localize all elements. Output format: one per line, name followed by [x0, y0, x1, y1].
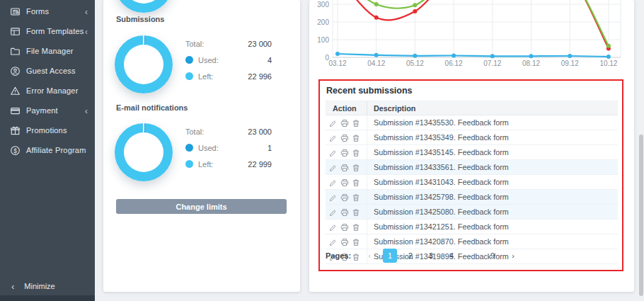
sidebar-minimize-button[interactable]: ‹ Minimize: [0, 278, 95, 295]
delete-icon[interactable]: [352, 164, 360, 172]
sidebar-item-promotions[interactable]: Promotions: [0, 120, 95, 140]
edit-icon[interactable]: [329, 178, 338, 187]
table-row: Submission #13425080. Feedback form: [326, 205, 618, 220]
page-button-2[interactable]: 2: [403, 249, 418, 263]
svg-text:03.12: 03.12: [328, 59, 346, 67]
recent-submissions-title: Recent submissions: [326, 86, 616, 96]
svg-text:200: 200: [317, 18, 329, 26]
sidebar-item-affiliate-program[interactable]: $Affiliate Program: [0, 140, 95, 160]
edit-icon[interactable]: [329, 119, 338, 127]
app-root: Forms‹Form Templates‹File ManagerGuest A…: [0, 0, 644, 301]
sidebar-item-label: Promotions: [26, 126, 88, 135]
legend-row-left: Left: 22 999: [185, 156, 272, 172]
affiliate-program-icon: $: [10, 145, 21, 156]
sidebar-item-label: Guest Access: [26, 67, 88, 75]
legend-row-total: Total: 23 000: [185, 123, 272, 140]
sidebar-item-label: Error Manager: [26, 86, 88, 95]
delete-icon[interactable]: [352, 119, 360, 127]
edit-icon[interactable]: [329, 164, 338, 172]
email-notifications-legend: Total: 23 000 Used: 1 Left: 22 999: [185, 123, 272, 172]
edit-icon[interactable]: [329, 223, 338, 232]
delete-icon[interactable]: [352, 149, 360, 157]
svg-text:$: $: [13, 147, 17, 154]
pages-label: Pages:: [326, 251, 351, 260]
sidebar-item-label: Forms: [26, 7, 85, 16]
delete-icon[interactable]: [352, 223, 360, 232]
sidebar-item-form-templates[interactable]: Form Templates‹: [0, 21, 95, 41]
edit-icon[interactable]: [329, 134, 338, 142]
left-dot-icon: [185, 72, 193, 80]
submissions-donut-chart: [115, 35, 173, 93]
sidebar: Forms‹Form Templates‹File ManagerGuest A…: [0, 0, 95, 301]
delete-icon[interactable]: [352, 178, 360, 187]
delete-icon[interactable]: [352, 134, 360, 142]
legend-row-total: Total: 23 000: [185, 35, 272, 52]
submission-description[interactable]: Submission #13425080. Feedback form: [367, 205, 619, 220]
left-label: Left:: [198, 72, 248, 81]
chevron-left-icon: ‹: [85, 27, 88, 36]
section-title-submissions: Submissions: [116, 15, 164, 23]
sidebar-item-error-manager[interactable]: Error Manager: [0, 81, 95, 101]
print-icon[interactable]: [340, 149, 349, 157]
sidebar-item-label: File Manager: [26, 47, 88, 55]
sidebar-item-forms[interactable]: Forms‹: [0, 1, 95, 21]
page-button-1[interactable]: 1: [383, 249, 397, 263]
print-icon[interactable]: [340, 193, 349, 202]
submission-description[interactable]: Submission #13421251. Feedback form: [367, 220, 619, 234]
sidebar-item-guest-access[interactable]: Guest Access: [0, 61, 95, 81]
section-title-email-notifications: E-mail notifications: [116, 103, 188, 112]
print-icon[interactable]: [340, 208, 349, 217]
svg-text:09.12: 09.12: [561, 59, 579, 67]
delete-icon[interactable]: [352, 193, 360, 202]
print-icon[interactable]: [340, 223, 349, 232]
submission-description[interactable]: Submission #13420870. Feedback form: [367, 234, 619, 249]
legend-row-used: Used: 4: [185, 52, 272, 68]
edit-icon[interactable]: [329, 193, 338, 202]
page-button-3[interactable]: 3: [424, 249, 438, 263]
print-icon[interactable]: [340, 134, 349, 142]
submissions-tbody: Submission #13435530. Feedback formSubmi…: [326, 115, 618, 264]
print-icon[interactable]: [340, 119, 349, 127]
print-icon[interactable]: [340, 164, 349, 172]
left-dot-icon: [185, 160, 193, 168]
scrollbar-thumb[interactable]: [639, 135, 643, 296]
change-limits-button[interactable]: Change limits: [116, 199, 287, 214]
page-button-9[interactable]: 9: [485, 249, 500, 263]
recent-submissions-panel: Recent submissions Action Description Su…: [318, 79, 623, 271]
used-value: 4: [268, 56, 272, 64]
svg-text:300: 300: [317, 1, 329, 8]
used-dot-icon: [185, 56, 193, 64]
previous-page-button[interactable]: ‹: [362, 249, 376, 263]
print-icon[interactable]: [340, 238, 349, 246]
submission-description[interactable]: Submission #13425798. Feedback form: [367, 190, 619, 205]
edit-icon[interactable]: [329, 238, 338, 246]
sidebar-item-file-manager[interactable]: File Manager: [0, 41, 95, 61]
submissions-legend: Total: 23 000 Used: 4 Left: 22 996: [185, 35, 272, 84]
legend-row-left: Left: 22 996: [185, 68, 272, 84]
used-value: 1: [268, 144, 272, 152]
delete-icon[interactable]: [352, 208, 360, 217]
error-manager-icon: [10, 86, 21, 96]
submission-description[interactable]: Submission #13435349. Feedback form: [367, 130, 619, 145]
submissions-line-chart: 010020030003.1204.1205.1206.1207.1208.12…: [309, 0, 634, 69]
submission-description[interactable]: Submission #13435145. Feedback form: [367, 145, 619, 160]
table-row: Submission #13435349. Feedback form: [326, 130, 618, 145]
delete-icon[interactable]: [352, 238, 360, 246]
print-icon[interactable]: [340, 178, 349, 187]
left-value: 22 996: [248, 72, 272, 81]
sidebar-bottom-strip: [0, 295, 95, 301]
submission-description[interactable]: Submission #13435530. Feedback form: [367, 115, 619, 130]
submission-description[interactable]: Submission #13433561. Feedback form: [367, 160, 619, 175]
email-notifications-donut-chart: [115, 123, 173, 181]
chevron-left-icon: ‹: [85, 7, 88, 16]
page-button-4[interactable]: 4: [444, 249, 459, 263]
edit-icon[interactable]: [329, 149, 338, 157]
pagination-ellipsis: …: [465, 249, 479, 263]
next-page-button[interactable]: ›: [506, 249, 520, 263]
pagination: Pages: ‹1234…9›: [326, 249, 527, 263]
sidebar-item-payment[interactable]: Payment‹: [0, 101, 95, 120]
table-row: Submission #13435145. Feedback form: [326, 145, 618, 160]
edit-icon[interactable]: [329, 208, 338, 217]
svg-text:100: 100: [317, 36, 329, 44]
submission-description[interactable]: Submission #13431043. Feedback form: [367, 175, 619, 190]
